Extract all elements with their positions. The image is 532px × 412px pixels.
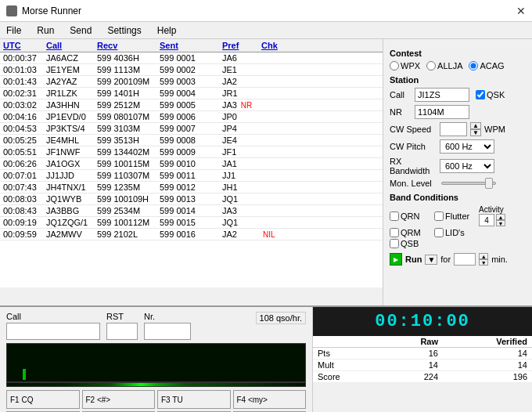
contest-wpx-option[interactable]: WPX [390,61,420,70]
call-input[interactable] [415,88,469,102]
menu-file[interactable]: File [3,24,24,37]
contest-wpx-radio[interactable] [390,61,399,70]
contest-allja-option[interactable]: ALLJA [426,61,462,70]
menu-send[interactable]: Send [66,24,95,37]
cw-speed-down[interactable]: ▼ [470,129,481,136]
qrm-option[interactable]: QRM [390,228,431,237]
row-recv: 599 1113M [97,65,160,74]
fn-f2[interactable]: F2 <#> [82,390,156,409]
min-up[interactable]: ▲ [479,253,488,259]
fn-f1[interactable]: F1 CQ [6,390,80,409]
stat-verified: 196 [443,371,532,383]
min-down[interactable]: ▼ [479,259,488,266]
qrm-checkbox[interactable] [390,228,399,237]
row-recv: 599 100115M [97,159,160,168]
cw-speed-input[interactable]: 22 [440,122,467,136]
flutter-checkbox[interactable] [434,211,444,221]
stat-verified: 14 [443,360,532,371]
row-call: JA6ACZ [46,53,97,63]
table-row[interactable]: 00:04:53 JP3KTS/4 599 3103M 599 0007 JP4 [0,123,383,135]
activity-down[interactable]: ▼ [496,220,505,226]
menu-settings[interactable]: Settings [104,24,144,37]
waterfall-signal [23,369,26,380]
table-row[interactable]: 00:02:31 JR1LZK 599 1401H 599 0004 JR1 [0,88,383,99]
table-row[interactable]: 00:07:43 JH4TNX/1 599 1235M 599 0012 JH1 [0,182,383,193]
cw-speed-up[interactable]: ▲ [470,122,481,129]
call-entry-input[interactable] [6,323,100,340]
mon-level-row: Mon. Level [390,179,526,188]
table-row[interactable]: 00:05:51 JF1NWF 599 134402M 599 0009 JF1 [0,146,383,158]
table-row[interactable]: 00:07:01 JJ1JJD 599 110307M 599 0011 JJ1 [0,170,383,182]
run-dropdown-arrow[interactable]: ▼ [425,255,437,265]
table-row[interactable]: 00:09:19 JQ1ZQG/1 599 100112M 599 0015 J… [0,217,383,229]
activity-up[interactable]: ▲ [496,214,505,220]
mon-level-thumb[interactable] [485,178,493,189]
qsb-checkbox[interactable] [390,239,399,248]
col-pref[interactable]: Pref [222,41,261,50]
table-row[interactable]: 00:03:02 JA3HHN 599 2512M 599 0005 JA3 N… [0,99,383,111]
table-row[interactable]: 00:06:26 JA1OGX 599 100115M 599 0010 JA1 [0,158,383,170]
row-pref: JE1 [222,65,261,74]
qso-rate-badge: 108 qso/hr. [256,312,306,324]
fn-f3[interactable]: F3 TU [157,390,231,409]
qrn-checkbox[interactable] [390,211,399,221]
activity-input[interactable] [479,214,494,226]
table-row[interactable]: 00:09:59 JA2MWV 599 2102L 599 0016 JA2 N… [0,229,383,240]
nr-entry-group: Nr. [144,312,191,340]
mon-level-track[interactable] [441,182,496,185]
row-call: JH4TNX/1 [46,183,97,192]
stats-header-blank [313,336,383,348]
col-chk[interactable]: Chk [261,41,293,50]
stat-label: Pts [313,348,383,360]
contest-acag-radio[interactable] [469,61,478,70]
row-chk [261,171,293,180]
menu-run[interactable]: Run [34,24,57,37]
run-button[interactable]: ▶ [390,253,402,266]
lids-checkbox[interactable] [434,228,444,237]
row-recv: 599 100112M [97,218,160,227]
row-pref: JQ1 [222,194,261,204]
rx-bw-select[interactable]: 600 Hz [440,159,494,173]
row-recv: 599 080107M [97,112,160,121]
menu-help[interactable]: Help [154,24,180,37]
stat-label: Score [313,371,383,383]
cw-speed-unit: WPM [484,125,505,134]
nr-entry-input[interactable] [144,323,191,340]
col-call[interactable]: Call [46,41,97,50]
row-sent: 599 0016 [160,229,222,239]
close-button[interactable]: ✕ [516,5,526,17]
col-utc[interactable]: UTC [3,41,46,50]
cw-pitch-select[interactable]: 600 Hz [440,139,494,154]
qsb-option[interactable]: QSB [390,239,431,248]
table-row[interactable]: 00:05:25 JE4MHL 599 3513H 599 0008 JE4 [0,135,383,146]
table-row[interactable]: 00:08:03 JQ1WYB 599 100109H 599 0013 JQ1 [0,193,383,205]
col-recv[interactable]: Recv [97,41,160,50]
qsk-checkbox[interactable] [476,90,485,99]
flutter-option[interactable]: Flutter [434,211,476,221]
lids-option[interactable]: LID's [434,228,476,237]
col-sent[interactable]: Sent [160,41,222,50]
qrn-option[interactable]: QRN [390,211,431,221]
nr-input[interactable] [415,105,469,119]
row-recv: 599 4036H [97,53,160,63]
row-pref: JA6 [222,53,261,63]
table-row[interactable]: 00:01:43 JA2YAZ 599 200109M 599 0003 JA2 [0,76,383,88]
run-label[interactable]: Run [405,255,422,264]
table-row[interactable]: 00:00:37 JA6ACZ 599 4036H 599 0001 JA6 [0,52,383,64]
rst-entry-input[interactable] [106,323,138,340]
row-sent: 599 0010 [160,159,222,168]
table-row[interactable]: 00:08:43 JA3BBG 599 2534M 599 0014 JA3 [0,205,383,217]
row-call: JA2YAZ [46,77,97,86]
stats-row: Pts 16 14 [313,348,532,360]
contest-acag-option[interactable]: ACAG [469,61,504,70]
min-input[interactable]: 10 [454,253,476,266]
table-row[interactable]: 00:01:03 JE1YEM 599 1113M 599 0002 JE1 [0,64,383,76]
row-pref: JE4 [222,136,261,145]
table-row[interactable]: 00:04:16 JP1EVD/0 599 080107M 599 0006 J… [0,111,383,123]
contest-allja-radio[interactable] [426,61,436,70]
qsk-checkbox-label[interactable]: QSK [476,90,505,99]
window-title: Morse Runner [22,5,81,16]
row-chk [261,194,293,204]
log-body[interactable]: 00:00:37 JA6ACZ 599 4036H 599 0001 JA6 0… [0,52,383,287]
fn-f4[interactable]: F4 <my> [233,390,307,409]
